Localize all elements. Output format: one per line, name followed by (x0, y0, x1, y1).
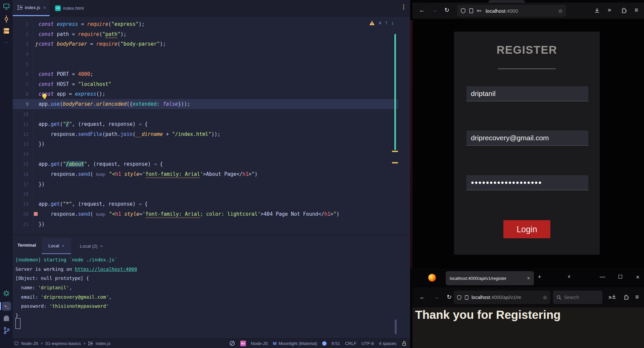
line-number[interactable]: 8 (26, 91, 29, 97)
line-number[interactable]: 3 (26, 41, 29, 47)
url-bar[interactable]: localhost:4000 ☆ (457, 5, 566, 17)
code-line[interactable]: 19app.get("*", (request, response) ⇒ { (13, 199, 398, 209)
line-number-gutter[interactable]: 11 (13, 121, 33, 127)
code-line[interactable]: 13}) (13, 139, 398, 149)
terminal-tab-local[interactable]: Local × (42, 238, 71, 254)
line-number-gutter[interactable]: 8 (13, 91, 33, 97)
line-number[interactable]: 20 (23, 211, 29, 217)
terminal-scrollbar[interactable] (395, 319, 397, 334)
code-editor[interactable]: 1const express = require("express");2con… (13, 16, 410, 235)
breadcrumb-project[interactable]: Node-JS (21, 341, 38, 346)
email-field[interactable] (466, 131, 588, 146)
commit-icon[interactable] (0, 15, 13, 23)
line-number[interactable]: 12 (23, 132, 29, 137)
reload-button[interactable]: ↻ (444, 7, 449, 13)
line-ending[interactable]: CRLF (345, 341, 356, 346)
close-window-button[interactable]: × (636, 274, 640, 281)
tab-index-html[interactable]: <> index.html (50, 0, 90, 16)
tab-index-js[interactable]: index.js × (13, 0, 50, 16)
git-branch-icon[interactable] (0, 327, 13, 334)
forward-button[interactable]: → (432, 7, 438, 13)
overflow-chevrons-icon[interactable]: » (608, 7, 611, 13)
line-number[interactable]: 1 (26, 21, 29, 27)
warning-marker[interactable] (392, 151, 398, 152)
page-info-icon[interactable] (464, 295, 469, 300)
line-number-gutter[interactable]: 4 (13, 51, 33, 57)
forward-button[interactable]: → (433, 294, 439, 300)
color-preview-chip[interactable] (34, 212, 38, 216)
code-line[interactable]: 14 (13, 149, 398, 159)
code-line[interactable]: 20 response.send( body: "<h1 style='font… (13, 209, 398, 219)
code-line[interactable]: 8const app = express(); (13, 89, 398, 99)
offline-icon[interactable] (229, 340, 235, 346)
line-number-gutter[interactable]: 3ƒ (13, 41, 33, 47)
line-number[interactable]: 16 (23, 171, 29, 177)
code-line[interactable]: 21}) (13, 219, 398, 229)
database-icon[interactable] (0, 28, 13, 34)
line-number-gutter[interactable]: 18 (13, 191, 33, 197)
line-number[interactable]: 13 (23, 141, 29, 147)
accent-color-dot[interactable] (322, 341, 327, 346)
more-tool-windows-icon[interactable]: ⋯ (0, 40, 13, 46)
downloads-icon[interactable] (594, 7, 600, 13)
hamburger-menu-icon[interactable]: ≡ (635, 294, 639, 300)
code-line[interactable]: 10 (13, 109, 398, 119)
line-number[interactable]: 18 (23, 191, 29, 197)
change-markers[interactable] (394, 34, 396, 150)
search-input[interactable] (564, 295, 594, 300)
project-monitor-icon[interactable] (0, 3, 13, 10)
shield-icon[interactable] (457, 295, 462, 300)
line-number[interactable]: 10 (23, 111, 29, 117)
line-number[interactable]: 9 (26, 101, 29, 107)
code-line[interactable]: 6const PORT = 4000; (13, 69, 398, 79)
code-line[interactable]: 5 (13, 59, 398, 69)
line-number-gutter[interactable]: 9 (13, 101, 33, 107)
line-number[interactable]: 14 (23, 151, 29, 157)
back-button[interactable]: ← (419, 294, 425, 300)
code-line[interactable]: 4 (13, 49, 398, 59)
breadcrumb-folder[interactable]: 01-express-basics (46, 341, 81, 346)
indent-size[interactable]: 4 spaces (379, 341, 396, 346)
code-line[interactable]: 9app.use(bodyParser.urlencoded({extended… (13, 99, 398, 109)
line-number[interactable]: 19 (23, 201, 29, 207)
line-number-gutter[interactable]: 19 (13, 201, 33, 207)
close-tab-icon[interactable]: × (100, 244, 103, 249)
close-tab-icon[interactable]: × (43, 5, 46, 10)
key-icon[interactable] (477, 8, 483, 13)
line-number-gutter[interactable]: 12 (13, 131, 33, 137)
editor-options-kebab-icon[interactable]: ⋮ (401, 3, 406, 10)
bookmark-star-icon[interactable]: ☆ (558, 8, 563, 14)
login-button[interactable]: Login (503, 220, 550, 238)
close-tab-icon[interactable]: × (62, 243, 64, 248)
page-info-icon[interactable] (469, 8, 474, 13)
extensions-puzzle-icon[interactable] (623, 294, 629, 300)
url-bar[interactable]: localhost:4000/api/v1/re ☆ (454, 291, 550, 304)
close-tab-icon[interactable]: × (527, 276, 530, 281)
line-number[interactable]: 17 (23, 182, 29, 187)
warning-marker[interactable] (392, 162, 398, 163)
code-line[interactable]: 16 response.send( body: "<h1 style='font… (13, 169, 398, 179)
next-warning-icon[interactable]: ↓ (391, 20, 394, 26)
line-number-gutter[interactable]: 21 (13, 221, 33, 227)
function-gutter-icon[interactable]: ƒ (35, 42, 38, 47)
line-number-gutter[interactable]: 16 (13, 171, 33, 177)
line-number-gutter[interactable]: 13 (13, 141, 33, 147)
browser-tab-partial[interactable] (488, 0, 525, 3)
line-number-gutter[interactable]: 10 (13, 111, 33, 117)
intention-bulb-icon[interactable] (42, 94, 47, 98)
code-line[interactable]: 12 response.sendFile(path.join(__dirname… (13, 129, 398, 139)
line-number[interactable]: 11 (23, 121, 29, 127)
search-bar[interactable] (553, 291, 602, 304)
line-number-gutter[interactable]: 20 (13, 211, 33, 217)
line-number-gutter[interactable]: 6 (13, 71, 33, 77)
minimize-window-button[interactable]: — (600, 274, 605, 280)
theme-widget[interactable]: M Moonlight (Material) (273, 341, 317, 346)
inspections-widget[interactable]: 4 ↑ ↓ (369, 20, 394, 26)
extensions-puzzle-icon[interactable] (621, 7, 627, 13)
code-line[interactable]: 18 (13, 189, 398, 199)
code-line[interactable]: 15app.get("/about", (request, response) … (13, 159, 398, 169)
username-field[interactable] (466, 86, 588, 101)
breadcrumb-file[interactable]: index.js (96, 341, 110, 346)
code-line[interactable]: 1const express = require("express"); (13, 19, 398, 29)
line-number-gutter[interactable]: 5 (13, 61, 33, 67)
